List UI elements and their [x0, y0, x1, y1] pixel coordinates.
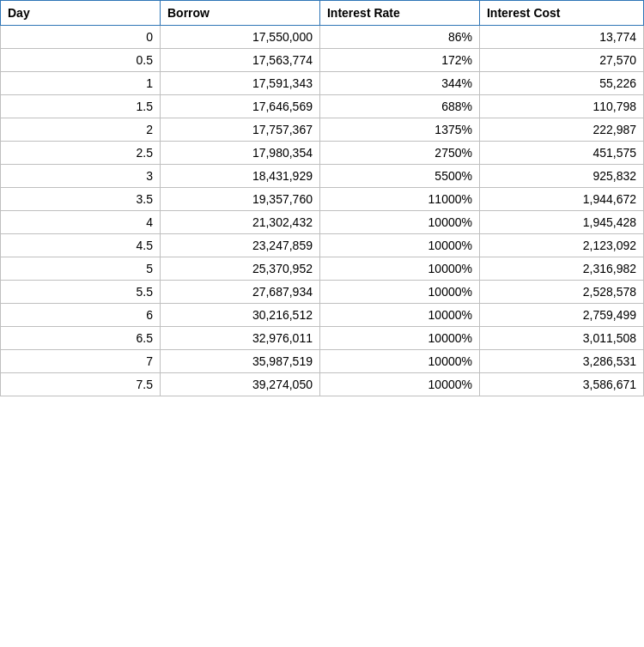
cell-interest-rate: 5500% — [319, 165, 479, 188]
table-row: 2.517,980,3542750%451,575 — [1, 142, 644, 165]
cell-interest-rate: 172% — [319, 49, 479, 72]
table-row: 3.519,357,76011000%1,944,672 — [1, 188, 644, 211]
cell-interest-cost: 13,774 — [479, 26, 643, 49]
table-container: Day Borrow Interest Rate Interest Cost 0… — [0, 0, 644, 647]
table-row: 0.517,563,774172%27,570 — [1, 49, 644, 72]
cell-interest-cost: 3,011,508 — [479, 327, 643, 350]
cell-interest-rate: 11000% — [319, 188, 479, 211]
cell-day: 6 — [1, 304, 161, 327]
cell-interest-cost: 2,316,982 — [479, 257, 643, 281]
table-row: 4.523,247,85910000%2,123,092 — [1, 234, 644, 257]
cell-borrow: 17,646,569 — [160, 95, 319, 118]
table-row: 735,987,51910000%3,286,531 — [1, 350, 644, 373]
table-row: 525,370,95210000%2,316,982 — [1, 257, 644, 281]
cell-day: 6.5 — [1, 327, 161, 350]
table-header-row: Day Borrow Interest Rate Interest Cost — [1, 1, 644, 26]
cell-borrow: 17,550,000 — [160, 26, 319, 49]
cell-day: 4 — [1, 211, 161, 234]
table-row: 017,550,00086%13,774 — [1, 26, 644, 49]
table-row: 217,757,3671375%222,987 — [1, 118, 644, 142]
table-row: 318,431,9295500%925,832 — [1, 165, 644, 188]
cell-interest-rate: 10000% — [319, 211, 479, 234]
col-header-interest-cost: Interest Cost — [479, 1, 643, 26]
cell-day: 7.5 — [1, 373, 161, 396]
cell-day: 1 — [1, 72, 161, 95]
cell-interest-cost: 2,528,578 — [479, 281, 643, 304]
cell-interest-rate: 10000% — [319, 281, 479, 304]
table-row: 1.517,646,569688%110,798 — [1, 95, 644, 118]
cell-borrow: 21,302,432 — [160, 211, 319, 234]
cell-borrow: 39,274,050 — [160, 373, 319, 396]
cell-borrow: 27,687,934 — [160, 281, 319, 304]
cell-interest-cost: 110,798 — [479, 95, 643, 118]
cell-day: 3 — [1, 165, 161, 188]
cell-interest-cost: 2,123,092 — [479, 234, 643, 257]
cell-borrow: 19,357,760 — [160, 188, 319, 211]
cell-interest-cost: 1,945,428 — [479, 211, 643, 234]
cell-interest-rate: 10000% — [319, 304, 479, 327]
cell-borrow: 32,976,011 — [160, 327, 319, 350]
cell-interest-rate: 10000% — [319, 373, 479, 396]
cell-borrow: 17,563,774 — [160, 49, 319, 72]
table-row: 117,591,343344%55,226 — [1, 72, 644, 95]
cell-day: 0.5 — [1, 49, 161, 72]
cell-borrow: 17,591,343 — [160, 72, 319, 95]
cell-borrow: 30,216,512 — [160, 304, 319, 327]
cell-day: 0 — [1, 26, 161, 49]
table-row: 5.527,687,93410000%2,528,578 — [1, 281, 644, 304]
cell-day: 3.5 — [1, 188, 161, 211]
table-row: 6.532,976,01110000%3,011,508 — [1, 327, 644, 350]
col-header-day: Day — [1, 1, 161, 26]
cell-borrow: 35,987,519 — [160, 350, 319, 373]
cell-interest-rate: 10000% — [319, 327, 479, 350]
cell-interest-cost: 925,832 — [479, 165, 643, 188]
data-table: Day Borrow Interest Rate Interest Cost 0… — [0, 0, 644, 396]
cell-interest-cost: 1,944,672 — [479, 188, 643, 211]
col-header-interest-rate: Interest Rate — [319, 1, 479, 26]
cell-borrow: 25,370,952 — [160, 257, 319, 281]
cell-interest-rate: 2750% — [319, 142, 479, 165]
table-body: 017,550,00086%13,7740.517,563,774172%27,… — [1, 26, 644, 396]
cell-interest-rate: 1375% — [319, 118, 479, 142]
cell-interest-cost: 222,987 — [479, 118, 643, 142]
cell-borrow: 18,431,929 — [160, 165, 319, 188]
cell-day: 5.5 — [1, 281, 161, 304]
cell-interest-rate: 10000% — [319, 234, 479, 257]
cell-day: 1.5 — [1, 95, 161, 118]
cell-interest-rate: 688% — [319, 95, 479, 118]
col-header-borrow: Borrow — [160, 1, 319, 26]
table-row: 7.539,274,05010000%3,586,671 — [1, 373, 644, 396]
cell-interest-cost: 55,226 — [479, 72, 643, 95]
cell-interest-cost: 451,575 — [479, 142, 643, 165]
table-row: 421,302,43210000%1,945,428 — [1, 211, 644, 234]
cell-interest-rate: 86% — [319, 26, 479, 49]
cell-day: 2.5 — [1, 142, 161, 165]
cell-interest-cost: 27,570 — [479, 49, 643, 72]
cell-interest-rate: 10000% — [319, 350, 479, 373]
cell-borrow: 17,757,367 — [160, 118, 319, 142]
cell-day: 5 — [1, 257, 161, 281]
cell-interest-rate: 344% — [319, 72, 479, 95]
cell-day: 4.5 — [1, 234, 161, 257]
cell-interest-cost: 3,586,671 — [479, 373, 643, 396]
table-row: 630,216,51210000%2,759,499 — [1, 304, 644, 327]
cell-interest-cost: 3,286,531 — [479, 350, 643, 373]
cell-interest-rate: 10000% — [319, 257, 479, 281]
cell-day: 7 — [1, 350, 161, 373]
cell-borrow: 17,980,354 — [160, 142, 319, 165]
cell-interest-cost: 2,759,499 — [479, 304, 643, 327]
cell-borrow: 23,247,859 — [160, 234, 319, 257]
cell-day: 2 — [1, 118, 161, 142]
